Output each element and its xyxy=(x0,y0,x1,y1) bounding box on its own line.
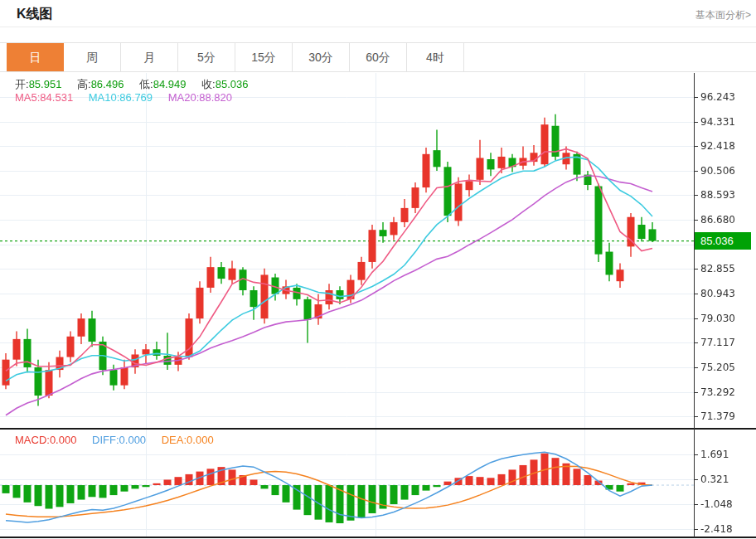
dea-value: 0.000 xyxy=(187,434,214,446)
ma10-label: MA10: xyxy=(89,91,120,104)
ma10-value: 86.769 xyxy=(119,91,153,104)
high-value: 86.496 xyxy=(91,78,124,90)
diff-value: 0.000 xyxy=(119,434,147,446)
tab-month[interactable]: 月 xyxy=(121,43,178,71)
macd-label: MACD: xyxy=(15,434,50,446)
ma20-label: MA20: xyxy=(168,91,200,104)
ma5-value: 84.531 xyxy=(40,91,73,104)
ma-readout: MA5:84.531 MA10:86.769 MA20:88.820 xyxy=(15,91,232,104)
open-value: 85.951 xyxy=(29,78,62,90)
dea-label: DEA: xyxy=(162,434,187,446)
diff-label: DIFF: xyxy=(92,434,119,446)
macd-readout: MACD:0.000 DIFF:0.000 DEA:0.000 xyxy=(15,434,214,446)
close-label: 收: xyxy=(201,78,216,90)
tab-15min[interactable]: 15分 xyxy=(235,43,293,71)
low-label: 低: xyxy=(139,78,153,90)
ohlc-readout: 开:85.951 高:86.496 低:84.949 收:85.036 xyxy=(15,77,248,92)
close-value: 85.036 xyxy=(216,78,249,90)
tab-day[interactable]: 日 xyxy=(7,43,64,71)
page-header: K线图 基本面分析> xyxy=(0,0,756,27)
tab-30min[interactable]: 30分 xyxy=(293,43,350,71)
page-title: K线图 xyxy=(17,6,53,23)
tab-60min[interactable]: 60分 xyxy=(350,43,407,71)
ma5-label: MA5: xyxy=(15,91,40,104)
ma20-value: 88.820 xyxy=(199,91,232,104)
current-price-tag: 85.036 xyxy=(695,232,751,250)
interval-tab-bar: 日 周 月 5分 15分 30分 60分 4时 xyxy=(0,42,756,72)
fundamental-analysis-link[interactable]: 基本面分析> xyxy=(695,8,751,22)
tab-week[interactable]: 周 xyxy=(64,43,121,71)
low-value: 84.949 xyxy=(153,78,187,90)
tab-5min[interactable]: 5分 xyxy=(178,43,235,71)
tab-4hour[interactable]: 4时 xyxy=(407,43,464,71)
open-label: 开: xyxy=(15,78,29,90)
high-label: 高: xyxy=(77,78,91,90)
macd-value: 0.000 xyxy=(50,434,77,446)
